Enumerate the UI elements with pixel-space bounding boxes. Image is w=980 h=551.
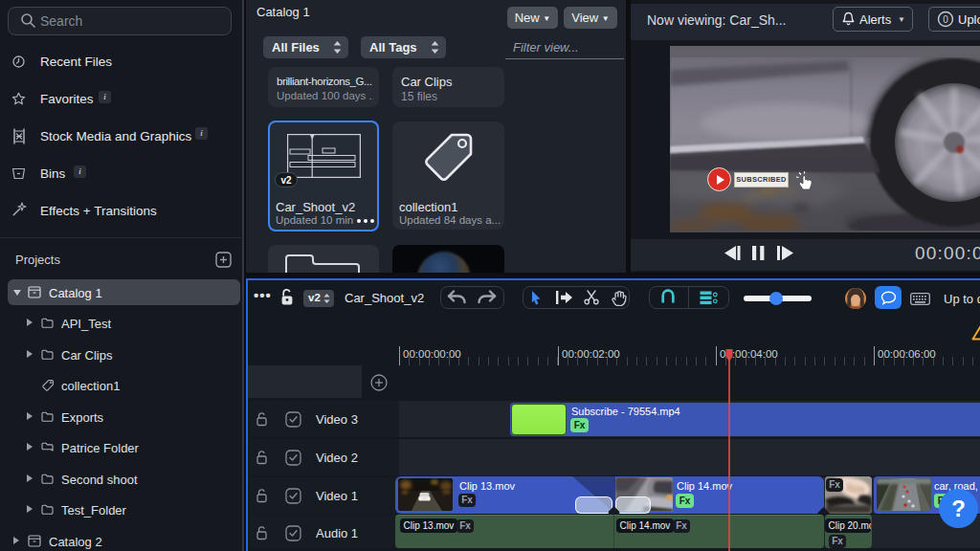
svg-text:0: 0 bbox=[943, 14, 948, 25]
